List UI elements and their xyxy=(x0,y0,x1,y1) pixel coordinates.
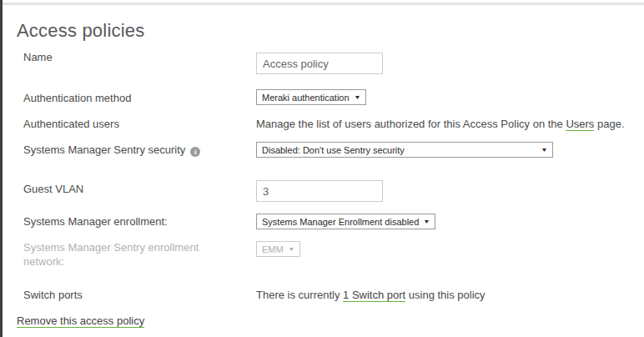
authenticated-users-text-before: Manage the list of users authorized for … xyxy=(256,118,566,130)
authentication-method-label: Authentication method xyxy=(23,92,131,104)
sentry-enrollment-network-select: EMM ▼ xyxy=(256,241,300,257)
access-policies-page: Access policies Name Authentication meth… xyxy=(0,0,644,337)
guest-vlan-input[interactable] xyxy=(256,180,383,202)
sm-enrollment-value: Systems Manager Enrollment disabled xyxy=(262,217,419,227)
switch-port-link[interactable]: 1 Switch port xyxy=(343,289,405,302)
switch-ports-text: There is currently 1 Switch port using t… xyxy=(256,289,486,301)
switch-ports-label: Switch ports xyxy=(23,289,83,301)
switch-ports-text-after: using this policy xyxy=(405,289,485,301)
authenticated-users-label: Authenticated users xyxy=(23,118,119,130)
top-divider xyxy=(3,3,644,5)
sm-enrollment-label: Systems Manager enrollment: xyxy=(23,215,168,228)
sentry-enrollment-network-label: Systems Manager Sentry enrollment networ… xyxy=(23,240,232,269)
switch-ports-text-before: There is currently xyxy=(256,289,343,301)
left-edge-divider xyxy=(0,0,3,337)
info-icon-glyph: i xyxy=(194,148,197,156)
users-link[interactable]: Users xyxy=(566,118,594,131)
guest-vlan-label: Guest VLAN xyxy=(23,183,83,195)
chevron-down-icon: ▼ xyxy=(354,94,360,100)
chevron-down-icon: ▼ xyxy=(288,246,294,252)
authentication-method-select[interactable]: Meraki authentication ▼ xyxy=(256,89,366,105)
authenticated-users-text: Manage the list of users authorized for … xyxy=(256,118,625,130)
sentry-security-select[interactable]: Disabled: Don't use Sentry security ▼ xyxy=(256,142,553,158)
sm-enrollment-select[interactable]: Systems Manager Enrollment disabled ▼ xyxy=(256,214,435,229)
sentry-security-label: Systems Manager Sentry securityi xyxy=(23,143,200,157)
authentication-method-value: Meraki authentication xyxy=(262,93,350,103)
sentry-enrollment-network-value: EMM xyxy=(262,244,284,254)
remove-access-policy-link[interactable]: Remove this access policy xyxy=(17,314,144,328)
info-icon[interactable]: i xyxy=(190,147,200,157)
authenticated-users-text-after: page. xyxy=(594,118,624,130)
sentry-security-label-text: Systems Manager Sentry security xyxy=(23,143,185,156)
chevron-down-icon: ▼ xyxy=(541,147,547,153)
page-title: Access policies xyxy=(17,20,144,42)
name-input[interactable] xyxy=(256,53,383,74)
name-label: Name xyxy=(23,51,53,63)
chevron-down-icon: ▼ xyxy=(424,219,430,224)
sentry-security-value: Disabled: Don't use Sentry security xyxy=(262,145,405,155)
